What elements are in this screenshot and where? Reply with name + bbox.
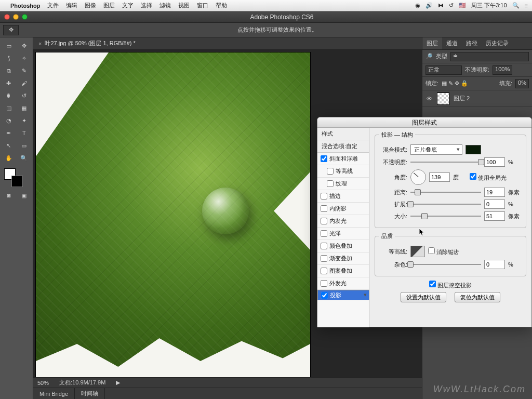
status-sync-icon[interactable]: ↺ — [449, 2, 454, 9]
menu-help[interactable]: 帮助 — [216, 2, 227, 9]
type-tool[interactable]: T — [17, 127, 32, 139]
move-tool-indicator[interactable]: ✥ — [3, 25, 19, 35]
close-icon[interactable]: × — [38, 41, 42, 47]
filter-icon[interactable]: 🔎 — [425, 53, 433, 60]
minimize-button[interactable] — [13, 14, 19, 20]
style-checkbox[interactable] — [321, 280, 327, 287]
style-checkbox[interactable] — [327, 168, 334, 175]
styles-header[interactable]: 样式 — [317, 128, 369, 140]
zoom-tool[interactable]: 🔍 — [17, 152, 32, 164]
layer-thumbnail[interactable] — [437, 92, 449, 105]
make-default-button[interactable]: 设置为默认值 — [401, 292, 446, 302]
style-option-6[interactable]: 光泽 — [317, 228, 369, 240]
tab-history[interactable]: 历史记录 — [482, 37, 513, 49]
style-checkbox[interactable] — [321, 292, 328, 299]
distance-input[interactable] — [484, 188, 505, 197]
crop-tool[interactable]: ⧉ — [2, 65, 16, 76]
style-option-4[interactable]: 内阴影 — [317, 203, 369, 215]
history-brush-tool[interactable]: ↺ — [17, 90, 32, 101]
blend-options[interactable]: 混合选项:自定 — [317, 140, 369, 153]
filter-type-select[interactable]: ≑ — [450, 52, 529, 61]
style-checkbox[interactable] — [321, 155, 327, 162]
reset-default-button[interactable]: 复位为默认值 — [455, 292, 500, 302]
path-tool[interactable]: ↖ — [2, 140, 16, 151]
noise-input[interactable] — [484, 260, 505, 269]
notifications-icon[interactable]: ≡ — [525, 3, 528, 9]
eraser-tool[interactable]: ◫ — [2, 102, 16, 114]
menu-select[interactable]: 选择 — [141, 2, 152, 9]
marquee-tool[interactable]: ▭ — [2, 40, 16, 51]
background-color[interactable] — [11, 176, 23, 187]
style-checkbox[interactable] — [327, 180, 334, 187]
knockout-checkbox[interactable]: 图层挖空投影 — [429, 281, 472, 289]
style-option-5[interactable]: 内发光 — [317, 215, 369, 228]
status-volume-icon[interactable]: 🔊 — [425, 2, 433, 9]
status-bluetooth-icon[interactable]: ⧓ — [438, 2, 444, 9]
global-light-checkbox[interactable]: 使用全局光 — [470, 173, 507, 182]
style-checkbox[interactable] — [321, 205, 327, 212]
pen-tool[interactable]: ✒ — [2, 127, 16, 139]
opacity-slider[interactable] — [410, 158, 481, 166]
menu-layer[interactable]: 图层 — [103, 2, 115, 9]
app-name[interactable]: Photoshop — [10, 3, 40, 9]
tab-timeline[interactable]: 时间轴 — [75, 388, 105, 399]
style-option-0[interactable]: 斜面和浮雕 — [317, 153, 369, 165]
quickmask-tool[interactable]: ◙ — [2, 190, 16, 201]
distance-slider[interactable] — [410, 189, 481, 196]
color-swatches[interactable] — [1, 168, 32, 189]
style-checkbox[interactable] — [321, 255, 327, 262]
shadow-color-swatch[interactable] — [466, 145, 481, 154]
layer-name[interactable]: 图层 2 — [454, 95, 470, 102]
visibility-icon[interactable]: 👁 — [425, 96, 433, 102]
menu-window[interactable]: 窗口 — [197, 2, 208, 9]
wand-tool[interactable]: ✧ — [17, 52, 32, 64]
size-input[interactable] — [484, 211, 505, 221]
status-camera-icon[interactable]: ◉ — [415, 2, 420, 9]
move-tool[interactable]: ✥ — [17, 40, 32, 51]
opacity-value[interactable]: 100% — [493, 65, 512, 75]
antialias-checkbox[interactable]: 消除锯齿 — [428, 247, 459, 256]
menu-image[interactable]: 图像 — [85, 2, 96, 9]
layer-row[interactable]: 👁 图层 2 — [422, 90, 532, 107]
status-time[interactable]: 周三 下午3:10 — [471, 2, 507, 9]
style-checkbox[interactable] — [321, 218, 327, 224]
size-slider[interactable] — [410, 212, 481, 220]
style-option-7[interactable]: 颜色叠加 — [317, 240, 369, 252]
close-button[interactable] — [4, 14, 10, 20]
style-option-1[interactable]: 等高线 — [317, 165, 369, 178]
menu-edit[interactable]: 编辑 — [66, 2, 77, 9]
style-option-8[interactable]: 渐变叠加 — [317, 252, 369, 265]
angle-dial[interactable] — [410, 169, 426, 185]
lasso-tool[interactable]: ⟆ — [2, 52, 16, 64]
blur-tool[interactable]: ◔ — [2, 115, 16, 126]
eyedropper-tool[interactable]: ✎ — [17, 65, 32, 76]
zoom-level[interactable]: 50% — [37, 380, 49, 386]
screenmode-tool[interactable]: ▣ — [17, 190, 32, 201]
spread-input[interactable] — [484, 200, 505, 209]
spread-slider[interactable] — [410, 201, 481, 208]
style-checkbox[interactable] — [321, 193, 327, 200]
dodge-tool[interactable]: ✦ — [17, 115, 32, 126]
fill-value[interactable]: 0% — [515, 79, 529, 88]
menu-file[interactable]: 文件 — [47, 2, 59, 9]
gradient-tool[interactable]: ▦ — [17, 102, 32, 114]
spotlight-icon[interactable]: 🔍 — [512, 2, 520, 9]
opacity-input[interactable] — [484, 157, 505, 167]
status-flag-icon[interactable]: 🇺🇸 — [459, 2, 466, 9]
hand-tool[interactable]: ✋ — [2, 152, 16, 164]
style-option-3[interactable]: 描边 — [317, 190, 369, 203]
status-arrow-icon[interactable]: ▶ — [116, 379, 120, 386]
tab-channels[interactable]: 通道 — [442, 37, 462, 49]
menu-type[interactable]: 文字 — [122, 2, 134, 9]
patch-tool[interactable]: ✚ — [2, 77, 16, 89]
style-checkbox[interactable] — [321, 230, 327, 237]
style-option-11[interactable]: 投影 — [317, 290, 369, 300]
angle-input[interactable] — [429, 172, 450, 182]
document-tab[interactable]: × 叶27.jpg @ 50% (图层 1, RGB/8#) * — [33, 37, 422, 50]
tab-layers[interactable]: 图层 — [422, 37, 442, 49]
style-checkbox[interactable] — [321, 268, 327, 274]
tab-minibridge[interactable]: Mini Bridge — [33, 388, 75, 399]
menu-view[interactable]: 视图 — [178, 2, 190, 9]
tab-paths[interactable]: 路径 — [462, 37, 482, 49]
style-checkbox[interactable] — [321, 243, 327, 249]
